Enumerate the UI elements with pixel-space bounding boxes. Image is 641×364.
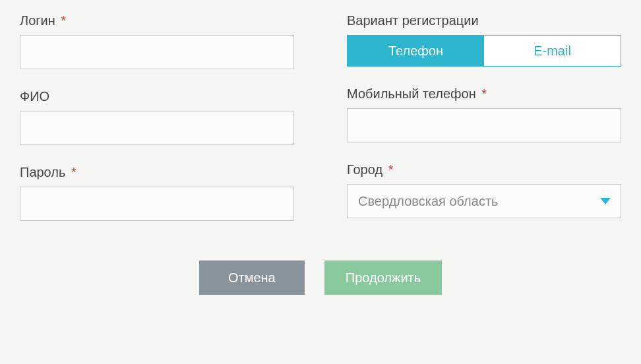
city-select-wrapper: Свердловская область <box>347 184 621 218</box>
toggle-option-email[interactable]: E-mail <box>484 36 621 66</box>
mobile-field-group: Мобильный телефон * <box>347 86 621 142</box>
required-mark: * <box>388 162 394 177</box>
required-mark: * <box>61 13 66 28</box>
login-field-group: Логин * <box>20 13 294 69</box>
city-select[interactable]: Свердловская область <box>347 184 621 218</box>
reg-variant-label: Вариант регистрации <box>347 13 621 28</box>
reg-variant-label-text: Вариант регистрации <box>347 13 479 28</box>
reg-variant-toggle: Телефон E-mail <box>347 35 621 67</box>
mobile-input[interactable] <box>347 108 621 142</box>
button-row: Отмена Продолжить <box>20 260 621 295</box>
fio-field-group: ФИО <box>20 89 294 145</box>
toggle-email-label: E-mail <box>534 44 571 59</box>
continue-button[interactable]: Продолжить <box>324 260 442 295</box>
password-field-group: Пароль * <box>20 165 294 221</box>
registration-form: Логин * ФИО Пароль * Вариант регистрации <box>20 13 621 221</box>
fio-label-text: ФИО <box>20 89 49 104</box>
cancel-button-label: Отмена <box>228 270 276 285</box>
password-input[interactable] <box>20 187 294 221</box>
right-column: Вариант регистрации Телефон E-mail Мобил… <box>347 13 621 221</box>
reg-variant-group: Вариант регистрации Телефон E-mail <box>347 13 621 67</box>
login-label: Логин * <box>20 13 294 28</box>
login-label-text: Логин <box>20 13 55 28</box>
password-label: Пароль * <box>20 165 294 180</box>
continue-button-label: Продолжить <box>346 270 421 285</box>
mobile-label: Мобильный телефон * <box>347 86 621 102</box>
required-mark: * <box>481 86 487 101</box>
city-field-group: Город * Свердловская область <box>347 162 621 218</box>
city-label: Город * <box>347 162 621 177</box>
mobile-label-text: Мобильный телефон <box>347 86 476 101</box>
city-label-text: Город <box>347 162 382 177</box>
toggle-phone-label: Телефон <box>388 44 443 59</box>
cancel-button[interactable]: Отмена <box>199 260 305 295</box>
required-mark: * <box>71 165 76 179</box>
toggle-option-phone[interactable]: Телефон <box>348 36 484 66</box>
left-column: Логин * ФИО Пароль * <box>20 13 294 221</box>
fio-label: ФИО <box>20 89 294 104</box>
login-input[interactable] <box>20 35 294 69</box>
fio-input[interactable] <box>20 111 294 145</box>
password-label-text: Пароль <box>20 165 65 179</box>
